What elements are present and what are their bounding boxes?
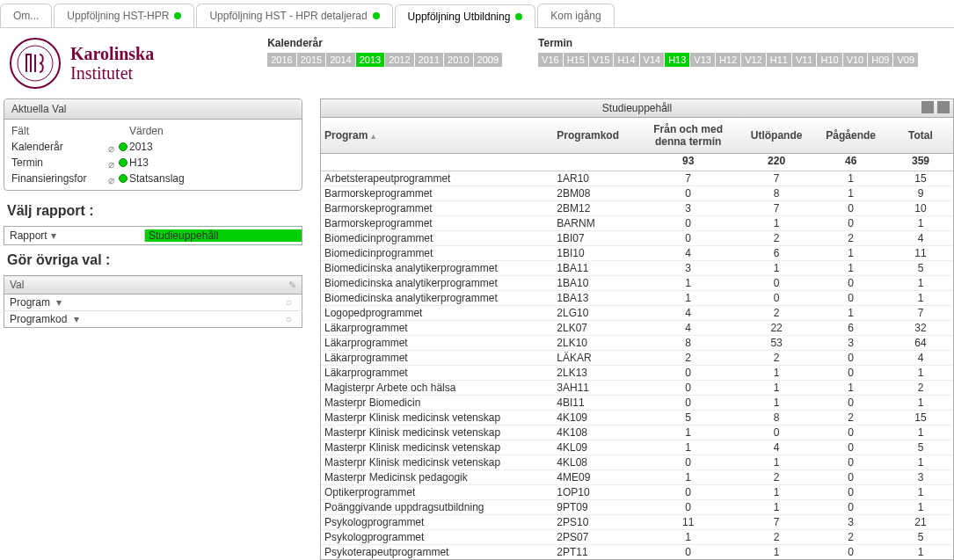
aktuella-row: Termin⌀H13 — [11, 155, 295, 171]
term-H12[interactable]: H12 — [716, 53, 741, 67]
aktuella-val-panel: Aktuella Val Fält Värden Kalenderår⌀2013… — [4, 98, 302, 191]
aktuella-row: Kalenderår⌀2013 — [11, 139, 295, 155]
term-V10[interactable]: V10 — [843, 53, 869, 67]
table-row: Masterpr Medicinsk pedagogik4ME091203 — [321, 470, 953, 485]
aktuella-header-falt: Fält — [11, 125, 108, 137]
table-row: Logopedprogrammet2LG104217 — [321, 306, 953, 321]
tab-0[interactable]: Om... — [0, 4, 52, 27]
table-row: Läkarprogrammet2LK130101 — [321, 366, 953, 381]
tab-bar: Om...Uppföljning HST-HPRUppföljning HST … — [0, 0, 954, 28]
logo-line1: Karolinska — [70, 44, 154, 63]
table-row: Masterpr Biomedicin4BI110101 — [321, 396, 953, 411]
table-row: Biomedicinska analytikerprogrammet1BA131… — [321, 291, 953, 306]
table-row: LäkarprogrammetLÄKAR2204 — [321, 351, 953, 366]
totals-row: 93 220 46 359 — [321, 154, 953, 171]
col-fran[interactable]: Från och med denna termin — [637, 118, 739, 154]
table-row: Biomedicinprogrammet1BI070224 — [321, 231, 953, 246]
table-row: Optikerprogrammet1OP100101 — [321, 485, 953, 500]
table-row: Läkarprogrammet2LK10853364 — [321, 336, 953, 351]
year-2009[interactable]: 2009 — [474, 53, 503, 67]
rapport-label: Rapport — [10, 229, 47, 242]
data-table: Program▲ Programkod Från och med denna t… — [321, 118, 953, 559]
tab-2[interactable]: Uppföljning HST - HPR detaljerad — [196, 4, 392, 27]
clear-icon[interactable]: ⌀ — [108, 142, 117, 151]
table-row: Psykologprogrammet2PS071225 — [321, 530, 953, 545]
table-row: Läkarprogrammet2LK07422632 — [321, 321, 953, 336]
data-table-panel: Studieuppehåll Program▲ Programkod Från … — [320, 98, 954, 560]
table-row: Arbetsterapeutprogrammet1AR1077115 — [321, 171, 953, 186]
col-utlopande[interactable]: Utlöpande — [739, 118, 814, 154]
table-row: Biomedicinska analytikerprogrammet1BA113… — [321, 261, 953, 276]
logo-seal-icon — [9, 37, 62, 90]
col-programkod[interactable]: Programkod — [553, 118, 637, 154]
term-V12[interactable]: V12 — [741, 53, 767, 67]
table-row: Masterpr Klinisk medicinsk vetenskap4K10… — [321, 425, 953, 440]
rapport-value: Studieuppehåll — [145, 229, 302, 242]
status-dot-icon — [515, 13, 522, 20]
val-table: Val✎ Program ▾○Programkod ▾○ — [4, 275, 302, 328]
clear-icon[interactable]: ⌀ — [108, 174, 117, 183]
print-icon[interactable] — [921, 101, 934, 113]
aktuella-header-varden: Värden — [129, 125, 295, 137]
valj-rapport-heading: Välj rapport : — [7, 203, 302, 219]
year-2012[interactable]: 2012 — [385, 53, 414, 67]
val-row[interactable]: Programkod ▾○ — [4, 311, 302, 328]
chevron-down-icon: ▾ — [70, 313, 83, 325]
sort-asc-icon: ▲ — [369, 132, 377, 141]
tab-1[interactable]: Uppföljning HST-HPR — [54, 4, 194, 27]
term-bar: V16H15V15H14V14H13V13H12V12H11V11H10V10H… — [538, 53, 919, 67]
term-V14[interactable]: V14 — [640, 53, 666, 67]
table-row: Biomedicinska analytikerprogrammet1BA101… — [321, 276, 953, 291]
chevron-down-icon: ▾ — [47, 229, 60, 242]
year-2011[interactable]: 2011 — [415, 53, 444, 67]
header: Karolinska Institutet Kalenderår 2016201… — [0, 28, 954, 98]
aktuella-title: Aktuella Val — [11, 103, 66, 115]
year-2014[interactable]: 2014 — [326, 53, 355, 67]
table-row: Masterpr Klinisk medicinsk vetenskap4K10… — [321, 411, 953, 425]
term-V16[interactable]: V16 — [538, 53, 564, 67]
col-pagaende[interactable]: Pågående — [813, 118, 888, 154]
table-row: BarmorskeprogrammetBARNM0101 — [321, 216, 953, 231]
status-dot-icon — [373, 12, 380, 19]
status-dot-icon — [174, 12, 181, 19]
term-H14[interactable]: H14 — [614, 53, 639, 67]
status-dot-icon — [119, 142, 127, 151]
table-row: Masterpr Klinisk medicinsk vetenskap4KL0… — [321, 455, 953, 470]
col-total[interactable]: Total — [888, 118, 953, 154]
term-H13[interactable]: H13 — [665, 53, 690, 67]
table-row: Biomedicinprogrammet1BI1046111 — [321, 246, 953, 261]
term-V11[interactable]: V11 — [792, 53, 818, 67]
chevron-down-icon: ▾ — [53, 296, 65, 309]
table-row: Psykologprogrammet2PS10117321 — [321, 515, 953, 530]
val-row[interactable]: Program ▾○ — [4, 295, 302, 311]
tab-4[interactable]: Kom igång — [537, 4, 614, 27]
term-V15[interactable]: V15 — [589, 53, 615, 67]
term-H09[interactable]: H09 — [868, 53, 893, 67]
term-H11[interactable]: H11 — [767, 53, 792, 67]
year-2013[interactable]: 2013 — [356, 53, 385, 67]
kalenderar-label: Kalenderår — [267, 37, 503, 49]
year-2015[interactable]: 2015 — [297, 53, 326, 67]
year-2016[interactable]: 2016 — [267, 53, 296, 67]
table-row: Barmorskeprogrammet2BM080819 — [321, 186, 953, 201]
termin-label: Termin — [538, 37, 919, 49]
term-H15[interactable]: H15 — [564, 53, 589, 67]
status-dot-icon — [119, 158, 127, 167]
pencil-icon[interactable]: ✎ — [288, 280, 296, 290]
term-H10[interactable]: H10 — [817, 53, 842, 67]
col-program[interactable]: Program▲ — [321, 118, 553, 154]
aktuella-row: Finansieringsfor⌀Statsanslag — [11, 171, 295, 186]
tab-3[interactable]: Uppföljning Utbildning — [395, 4, 536, 28]
export-icon[interactable] — [937, 101, 950, 113]
data-title: Studieuppehåll — [602, 102, 672, 114]
year-bar: 20162015201420132012201120102009 — [267, 53, 503, 67]
rapport-dropdown[interactable]: Rapport▾ Studieuppehåll — [4, 226, 302, 245]
termin-filter: Termin V16H15V15H14V14H13V13H12V12H11V11… — [538, 37, 919, 90]
term-V09[interactable]: V09 — [893, 53, 919, 67]
clear-icon[interactable]: ⌀ — [108, 158, 117, 167]
year-2010[interactable]: 2010 — [444, 53, 473, 67]
table-row: Masterpr Klinisk medicinsk vetenskap4KL0… — [321, 440, 953, 455]
logo: Karolinska Institutet — [9, 37, 267, 90]
val-title: Val — [4, 276, 276, 295]
term-V13[interactable]: V13 — [690, 53, 716, 67]
